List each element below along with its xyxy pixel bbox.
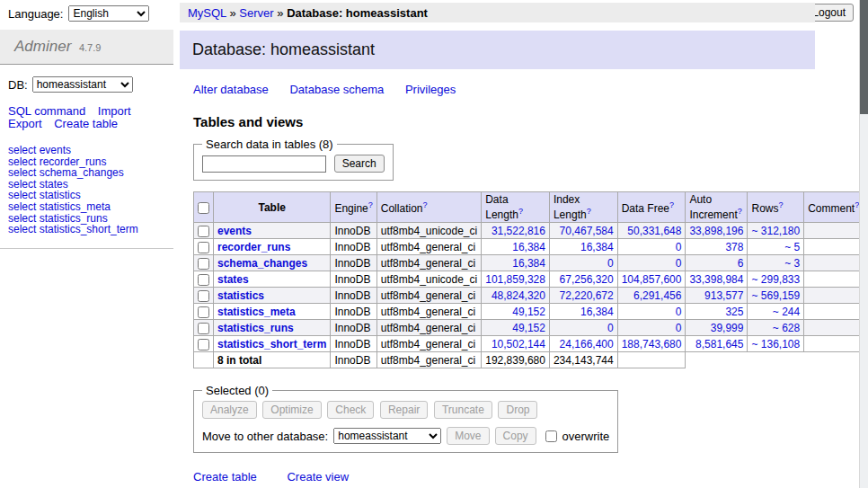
truncate-button[interactable]: Truncate xyxy=(434,401,492,419)
analyze-button[interactable]: Analyze xyxy=(202,401,257,419)
optimize-button[interactable]: Optimize xyxy=(262,401,321,419)
row-checkbox[interactable] xyxy=(198,290,209,302)
table-name-link[interactable]: statistics_short_term xyxy=(217,338,326,350)
search-input[interactable] xyxy=(202,155,326,173)
auto-increment-link[interactable]: 33,898,196 xyxy=(689,225,743,237)
data-length-link[interactable]: 48,824,320 xyxy=(492,289,545,302)
database-schema-link[interactable]: Database schema xyxy=(289,83,384,96)
rows-link[interactable]: ~ 3 xyxy=(784,257,800,270)
data-length-link[interactable]: 10,502,144 xyxy=(492,338,545,350)
move-button[interactable]: Move xyxy=(447,427,489,445)
auto-increment-link[interactable]: 6 xyxy=(738,257,744,270)
rows-link[interactable]: ~ 5 xyxy=(784,241,800,253)
sidebar-link-create-table[interactable]: Create table xyxy=(54,117,118,130)
data-free-link[interactable]: 0 xyxy=(676,322,682,334)
data-free-link[interactable]: 6,291,456 xyxy=(633,289,681,302)
create-view-link[interactable]: Create view xyxy=(287,470,349,484)
table-name-link[interactable]: events xyxy=(217,225,252,237)
table-name-link[interactable]: statistics_runs xyxy=(217,322,294,334)
data-length-link[interactable]: 16,384 xyxy=(512,257,545,270)
sidebar-link-sql-command[interactable]: SQL command xyxy=(8,104,85,118)
index-length-link[interactable]: 70,467,584 xyxy=(560,225,614,237)
data-free-link[interactable]: 0 xyxy=(676,257,682,270)
help-icon[interactable]: ? xyxy=(368,200,373,209)
row-checkbox[interactable] xyxy=(198,258,209,270)
auto-increment-link[interactable]: 8,581,645 xyxy=(695,338,743,350)
table-name-link[interactable]: statistics_meta xyxy=(217,306,296,318)
data-free-link[interactable]: 0 xyxy=(676,306,682,318)
auto-increment-link[interactable]: 913,577 xyxy=(704,289,743,302)
rows-link[interactable]: ~ 628 xyxy=(773,322,800,334)
data-length-link[interactable]: 31,522,816 xyxy=(492,225,545,237)
help-icon[interactable]: ? xyxy=(738,207,742,216)
row-checkbox[interactable] xyxy=(198,339,209,350)
row-checkbox[interactable] xyxy=(198,226,209,237)
overwrite-checkbox[interactable] xyxy=(545,430,557,442)
sidebar-table-link-events[interactable]: select events xyxy=(8,145,165,156)
data-free-link[interactable]: 188,743,680 xyxy=(622,338,682,350)
select-all-checkbox[interactable] xyxy=(198,202,209,214)
rows-link[interactable]: ~ 136,108 xyxy=(751,338,800,350)
vertical-scrollbar[interactable] xyxy=(859,0,868,488)
help-icon[interactable]: ? xyxy=(587,207,591,216)
help-icon[interactable]: ? xyxy=(778,200,783,209)
check-button[interactable]: Check xyxy=(327,401,374,419)
language-select[interactable]: English xyxy=(68,5,149,22)
row-checkbox[interactable] xyxy=(198,323,209,334)
privileges-link[interactable]: Privileges xyxy=(405,83,456,96)
move-db-select[interactable]: homeassistant xyxy=(333,428,441,444)
sidebar-table-link-statistics-short-term[interactable]: select statistics_short_term xyxy=(8,224,165,235)
alter-database-link[interactable]: Alter database xyxy=(193,83,269,96)
auto-increment-link[interactable]: 378 xyxy=(725,241,743,253)
data-free-link[interactable]: 0 xyxy=(676,241,682,253)
sidebar-link-import[interactable]: Import xyxy=(98,104,131,118)
index-length-link[interactable]: 67,256,320 xyxy=(560,273,614,286)
cell-comment xyxy=(804,255,864,271)
auto-increment-link[interactable]: 325 xyxy=(725,306,743,318)
index-length-link[interactable]: 16,384 xyxy=(580,241,614,253)
col-header-data-length: Data Length? xyxy=(482,192,550,223)
row-checkbox[interactable] xyxy=(198,306,209,318)
help-icon[interactable]: ? xyxy=(422,200,427,209)
auto-increment-link[interactable]: 33,398,984 xyxy=(689,273,743,286)
cell-collation: utf8mb4_general_ci xyxy=(376,304,481,320)
index-length-link[interactable]: 0 xyxy=(607,322,614,334)
help-icon[interactable]: ? xyxy=(518,207,523,216)
db-select[interactable]: homeassistant xyxy=(32,76,133,93)
data-length-link[interactable]: 101,859,328 xyxy=(485,273,545,286)
row-checkbox[interactable] xyxy=(198,242,209,253)
index-length-link[interactable]: 72,220,672 xyxy=(560,289,614,302)
data-length-link[interactable]: 16,384 xyxy=(512,241,545,253)
data-length-link[interactable]: 49,152 xyxy=(512,322,545,334)
table-name-link[interactable]: statistics xyxy=(217,289,264,302)
sidebar-link-export[interactable]: Export xyxy=(8,117,42,130)
repair-button[interactable]: Repair xyxy=(380,401,428,419)
sidebar-table-link-schema-changes[interactable]: select schema_changes xyxy=(8,167,165,179)
table-name-link[interactable]: schema_changes xyxy=(217,257,307,270)
rows-link[interactable]: ~ 299,833 xyxy=(751,273,800,286)
auto-increment-link[interactable]: 39,999 xyxy=(711,322,744,334)
breadcrumb-link-server[interactable]: Server xyxy=(239,6,273,20)
rows-link[interactable]: ~ 244 xyxy=(773,306,800,318)
row-checkbox[interactable] xyxy=(198,274,209,286)
table-name-link[interactable]: recorder_runs xyxy=(217,241,290,253)
table-row: states InnoDB utf8mb4_unicode_ci 101,859… xyxy=(194,271,864,288)
copy-button[interactable]: Copy xyxy=(495,427,536,445)
sidebar-table-link-statistics-meta[interactable]: select statistics_meta xyxy=(8,201,165,213)
breadcrumb-link-mysql[interactable]: MySQL xyxy=(188,6,226,20)
adminer-brand-link[interactable]: Adminer xyxy=(14,38,71,55)
index-length-link[interactable]: 16,384 xyxy=(580,306,614,318)
data-length-link[interactable]: 49,152 xyxy=(512,306,545,318)
search-button[interactable]: Search xyxy=(334,155,385,173)
rows-link[interactable]: ~ 312,180 xyxy=(751,225,800,237)
data-free-link[interactable]: 50,331,648 xyxy=(627,225,681,237)
create-table-link[interactable]: Create table xyxy=(193,470,257,484)
drop-button[interactable]: Drop xyxy=(498,401,537,419)
rows-link[interactable]: ~ 569,159 xyxy=(751,289,800,302)
data-free-link[interactable]: 104,857,600 xyxy=(622,273,682,286)
scrollbar-thumb[interactable] xyxy=(860,0,868,114)
index-length-link[interactable]: 0 xyxy=(607,257,614,270)
table-name-link[interactable]: states xyxy=(217,273,249,286)
index-length-link[interactable]: 24,166,400 xyxy=(560,338,614,350)
help-icon[interactable]: ? xyxy=(669,200,674,209)
